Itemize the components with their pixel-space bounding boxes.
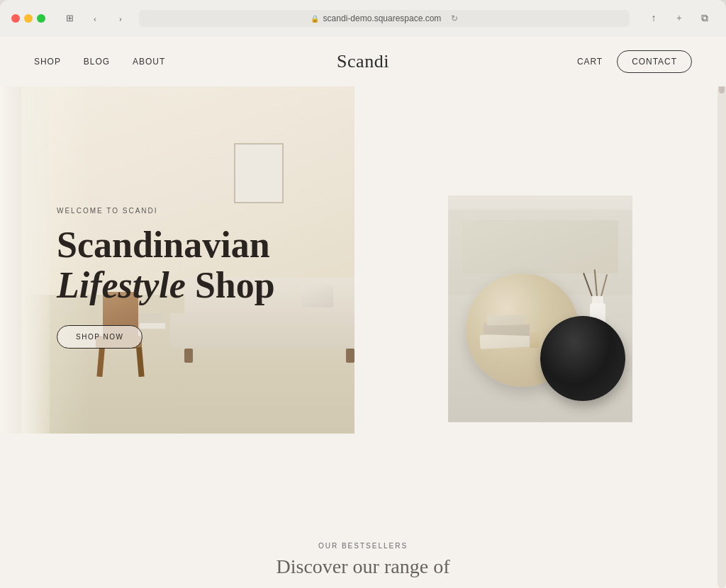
navigation: SHOP BLOG ABOUT Scandi CART CONTACT: [0, 37, 726, 86]
chair-leg-front-left: [96, 347, 105, 378]
coffee-scene: [448, 196, 632, 422]
bestsellers-title: Discover our range of: [277, 555, 450, 578]
forward-button[interactable]: ›: [111, 9, 130, 28]
table-book-3: [487, 315, 526, 326]
close-button[interactable]: [11, 14, 20, 23]
address-bar[interactable]: 🔒 scandi-demo.squarespace.com ↻: [139, 10, 630, 27]
refresh-icon[interactable]: ↻: [451, 13, 458, 23]
nav-blog[interactable]: BLOG: [84, 57, 110, 67]
hero-subtitle: WELCOME TO SCANDI: [57, 207, 275, 215]
browser-actions: ↑ + ⧉: [644, 9, 715, 28]
hero-title-normal: Shop: [186, 265, 275, 305]
hero-title: Scandinavian Lifestyle Shop: [57, 225, 275, 305]
sofa-pillow: [301, 285, 333, 307]
window-control-icon[interactable]: ⊞: [60, 9, 79, 28]
hero-title-italic: Lifestyle: [57, 265, 186, 305]
bg-sofa-cushion: [462, 220, 618, 273]
small-candle: [530, 332, 540, 348]
hero-section: WELCOME TO SCANDI Scandinavian Lifestyle…: [0, 86, 726, 531]
windows-icon[interactable]: ⧉: [695, 9, 715, 28]
hero-image-left: WELCOME TO SCANDI Scandinavian Lifestyle…: [0, 86, 354, 434]
shop-now-button[interactable]: SHOP NOW: [57, 325, 143, 349]
minimize-button[interactable]: [24, 14, 33, 23]
website-content: SHOP BLOG ABOUT Scandi CART CONTACT: [0, 37, 726, 588]
product-image: [448, 196, 632, 422]
marble-side-table: [540, 316, 625, 401]
sofa-leg-right: [346, 349, 354, 363]
nav-right: CART CONTACT: [577, 50, 692, 73]
nav-left: SHOP BLOG ABOUT: [34, 57, 165, 67]
back-button[interactable]: ‹: [85, 9, 105, 28]
nav-cart[interactable]: CART: [577, 57, 603, 67]
nav-contact[interactable]: CONTACT: [617, 50, 692, 73]
hero-title-line1: Scandinavian: [57, 225, 270, 265]
maximize-button[interactable]: [37, 14, 45, 23]
vase-stems: [588, 268, 608, 296]
sofa-leg-left: [184, 349, 193, 363]
product-image-container: [448, 196, 632, 422]
stem-3: [601, 274, 608, 296]
nav-about[interactable]: ABOUT: [133, 57, 165, 67]
site-logo[interactable]: Scandi: [337, 51, 389, 72]
browser-controls: ⊞ ‹ ›: [60, 9, 130, 28]
new-tab-icon[interactable]: +: [669, 9, 689, 28]
chair-leg-front-right: [136, 347, 145, 378]
bottom-section: OUR BESTSELLERS Discover our range of: [0, 531, 726, 588]
scrollbar[interactable]: [717, 37, 726, 588]
lock-icon: 🔒: [311, 15, 319, 23]
wall-frame: [234, 143, 284, 203]
browser-titlebar: ⊞ ‹ › 🔒 scandi-demo.squarespace.com ↻ ↑ …: [0, 0, 726, 37]
hero-right: [354, 86, 726, 531]
hero-text-overlay: WELCOME TO SCANDI Scandinavian Lifestyle…: [57, 207, 275, 349]
share-icon[interactable]: ↑: [644, 9, 664, 28]
stem-2: [594, 269, 598, 296]
bestsellers-label: OUR BESTSELLERS: [318, 542, 408, 550]
url-text: scandi-demo.squarespace.com: [323, 13, 442, 23]
nav-shop[interactable]: SHOP: [34, 57, 61, 67]
traffic-lights: [11, 14, 45, 23]
browser-window: ⊞ ‹ › 🔒 scandi-demo.squarespace.com ↻ ↑ …: [0, 0, 726, 588]
